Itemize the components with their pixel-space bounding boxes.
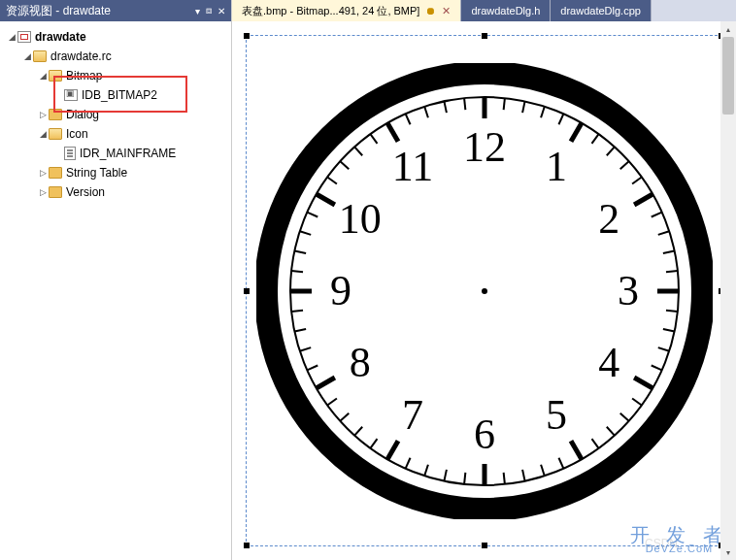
file-icon <box>64 147 76 160</box>
svg-text:3: 3 <box>618 267 639 314</box>
tree-label: String Table <box>66 166 127 180</box>
clock-face: 121234567891011 <box>256 63 713 519</box>
svg-line-48 <box>291 271 303 272</box>
watermark: 开 发 者 DeVZe.CoM <box>630 522 728 554</box>
resource-tree: ◢ drawdate ◢ drawdate.rc ◢ Bitmap IDB_BI… <box>0 21 231 560</box>
svg-line-46 <box>291 310 303 311</box>
dropdown-icon[interactable]: ▾ <box>195 6 200 16</box>
svg-line-3 <box>503 98 504 110</box>
svg-text:12: 12 <box>463 123 506 171</box>
tab-label: 表盘.bmp - Bitmap...491, 24 位, BMP] <box>242 4 419 18</box>
tree-label: Version <box>66 185 105 199</box>
tab-header-cpp[interactable]: drawdateDlg.cpp <box>551 0 652 21</box>
svg-text:2: 2 <box>598 195 619 243</box>
tree-label: Bitmap <box>66 69 102 82</box>
folder-icon <box>49 167 62 179</box>
tab-bitmap[interactable]: 表盘.bmp - Bitmap...491, 24 位, BMP] ⏺ ✕ <box>232 0 461 21</box>
svg-text:1: 1 <box>546 142 567 189</box>
editor-area: 表盘.bmp - Bitmap...491, 24 位, BMP] ⏺ ✕ dr… <box>232 0 736 560</box>
svg-text:8: 8 <box>349 339 370 386</box>
svg-text:5: 5 <box>546 391 567 439</box>
svg-text:7: 7 <box>402 391 423 439</box>
panel-title: 资源视图 - drawdate <box>6 3 195 19</box>
tab-header-h[interactable]: drawdateDlg.h <box>461 0 551 21</box>
svg-line-16 <box>665 271 677 272</box>
pin-indicator-icon[interactable]: ⏺ <box>425 5 436 16</box>
tree-item-stringtable[interactable]: ▷ String Table <box>0 163 231 182</box>
tree-label: IDR_MAINFRAME <box>80 147 176 160</box>
tab-label: drawdateDlg.h <box>471 5 540 16</box>
folder-icon <box>49 186 62 198</box>
scroll-down-icon[interactable]: ▾ <box>720 544 736 560</box>
expander-icon[interactable]: ◢ <box>21 51 33 61</box>
tree-root[interactable]: ◢ drawdate <box>0 27 231 47</box>
bitmap-editor[interactable]: 121234567891011 CSDN 开 发 者 DeVZe.CoM <box>232 21 736 560</box>
tree-item-rc[interactable]: ◢ drawdate.rc <box>0 47 231 66</box>
svg-line-33 <box>464 472 465 483</box>
svg-text:9: 9 <box>330 267 351 314</box>
expander-icon[interactable]: ▷ <box>37 168 49 178</box>
tree-label: drawdate <box>35 30 86 44</box>
bitmap-canvas[interactable]: 121234567891011 <box>246 35 722 546</box>
svg-text:6: 6 <box>474 411 495 458</box>
close-icon[interactable]: ✕ <box>217 6 225 16</box>
bitmap-icon <box>64 89 78 101</box>
scroll-thumb[interactable] <box>722 37 734 115</box>
tree-label: IDB_BITMAP2 <box>82 88 157 102</box>
expander-icon[interactable]: ◢ <box>37 129 49 139</box>
tree-label: Icon <box>66 127 88 141</box>
pin-icon[interactable]: ⧈ <box>206 5 212 16</box>
folder-open-icon <box>49 70 62 82</box>
tree-label: drawdate.rc <box>50 49 112 63</box>
expander-icon[interactable]: ▷ <box>37 187 49 197</box>
svg-text:4: 4 <box>598 339 619 386</box>
svg-line-31 <box>503 472 504 483</box>
tree-item-bitmap[interactable]: ◢ Bitmap <box>0 66 231 85</box>
svg-line-61 <box>464 98 465 110</box>
tree-item-dialog[interactable]: ▷ Dialog <box>0 105 231 124</box>
svg-point-74 <box>482 288 487 294</box>
project-icon <box>17 31 31 43</box>
folder-icon <box>49 109 62 120</box>
tab-close-icon[interactable]: ✕ <box>442 5 451 17</box>
folder-open-icon <box>49 128 62 140</box>
tab-bar: 表盘.bmp - Bitmap...491, 24 位, BMP] ⏺ ✕ dr… <box>232 0 736 21</box>
clock-image: 121234567891011 <box>247 36 721 545</box>
resource-view-panel: 资源视图 - drawdate ▾ ⧈ ✕ ◢ drawdate ◢ drawd… <box>0 0 232 560</box>
svg-line-18 <box>665 310 677 311</box>
tab-label: drawdateDlg.cpp <box>560 5 641 16</box>
tree-item-icon[interactable]: ◢ Icon <box>0 124 231 144</box>
vertical-scrollbar[interactable]: ▴ ▾ <box>720 21 736 560</box>
expander-icon[interactable]: ◢ <box>37 71 49 81</box>
scroll-up-icon[interactable]: ▴ <box>720 21 736 37</box>
tree-item-idr-mainframe[interactable]: IDR_MAINFRAME <box>0 144 231 163</box>
svg-text:10: 10 <box>338 195 381 243</box>
expander-icon[interactable]: ▷ <box>37 110 49 119</box>
expander-icon[interactable]: ◢ <box>6 32 17 42</box>
panel-header[interactable]: 资源视图 - drawdate ▾ ⧈ ✕ <box>0 0 231 21</box>
tree-label: Dialog <box>66 108 99 121</box>
tree-item-version[interactable]: ▷ Version <box>0 182 231 202</box>
folder-open-icon <box>33 50 47 62</box>
tree-item-idb-bitmap2[interactable]: IDB_BITMAP2 <box>0 85 231 105</box>
svg-text:11: 11 <box>391 142 432 189</box>
